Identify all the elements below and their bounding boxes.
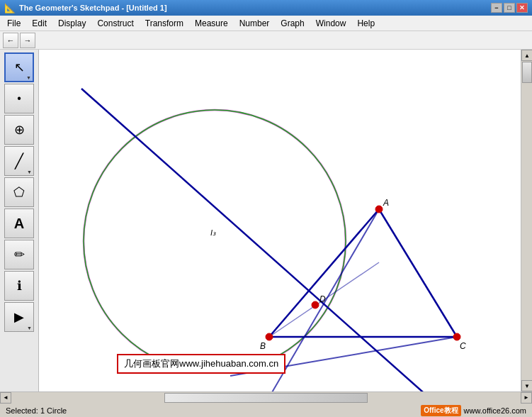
scroll-up-button[interactable]: ▲ bbox=[521, 50, 532, 61]
title-bar: 📐 The Geometer's Sketchpad - [Untitled 1… bbox=[0, 0, 532, 16]
select-icon: ↖ bbox=[14, 60, 25, 75]
svg-point-11 bbox=[453, 333, 460, 340]
compass-icon: ⊕ bbox=[14, 122, 25, 138]
menu-edit[interactable]: Edit bbox=[26, 16, 52, 30]
svg-text:B: B bbox=[260, 341, 266, 351]
left-toolbar: ↖ ▼ • ⊕ ╱ ▼ ⬠ A ✏ ℹ ▶ ▼ bbox=[0, 50, 39, 391]
close-button[interactable]: ✕ bbox=[516, 3, 528, 13]
watermark-box: 几何画板官网www.jihehuaban.com.cn bbox=[117, 354, 285, 374]
info-icon: ℹ bbox=[17, 278, 22, 294]
svg-text:C: C bbox=[460, 341, 466, 351]
tool-compass[interactable]: ⊕ bbox=[4, 115, 34, 145]
toolbar: ← → bbox=[0, 31, 532, 50]
menu-measure[interactable]: Measure bbox=[189, 16, 234, 30]
tool-point[interactable]: • bbox=[4, 84, 34, 113]
chevron-icon: ▼ bbox=[26, 75, 31, 80]
scroll-right-button[interactable]: ► bbox=[521, 392, 532, 404]
h-scroll-thumb[interactable] bbox=[164, 393, 368, 403]
svg-text:I₃: I₃ bbox=[210, 228, 216, 237]
office-badge: Office教程 bbox=[421, 405, 460, 416]
canvas-area[interactable]: A B C D I₂ I₃ 几何画板官网www.jihehuaban.com.c… bbox=[39, 50, 521, 391]
svg-text:A: A bbox=[383, 198, 389, 208]
point-icon: • bbox=[17, 92, 21, 105]
polygon-icon: ⬠ bbox=[13, 184, 25, 200]
toolbar-forward-button[interactable]: → bbox=[20, 33, 35, 48]
app-icon: 📐 bbox=[4, 3, 16, 13]
menu-file[interactable]: File bbox=[1, 16, 26, 30]
tool-select[interactable]: ↖ ▼ bbox=[4, 52, 34, 82]
status-text: Selected: 1 Circle bbox=[6, 406, 67, 415]
chevron-icon3: ▼ bbox=[27, 326, 32, 330]
scroll-thumb[interactable] bbox=[522, 62, 532, 83]
bottom-scrollbar: ◄ ► bbox=[0, 391, 532, 403]
menu-help[interactable]: Help bbox=[351, 16, 380, 30]
tool-line[interactable]: ╱ ▼ bbox=[4, 146, 34, 176]
menu-construct[interactable]: Construct bbox=[91, 16, 139, 30]
menu-bar: File Edit Display Construct Transform Me… bbox=[0, 16, 532, 31]
tool-custom[interactable]: ✏ bbox=[4, 240, 34, 269]
menu-graph[interactable]: Graph bbox=[275, 16, 310, 30]
watermark-text: 几何画板官网www.jihehuaban.com.cn bbox=[124, 358, 278, 369]
tool-text[interactable]: A bbox=[4, 208, 34, 238]
scroll-left-button[interactable]: ◄ bbox=[0, 392, 11, 404]
minimize-button[interactable]: − bbox=[491, 3, 502, 13]
window-title: The Geometer's Sketchpad - [Untitled 1] bbox=[19, 4, 491, 12]
status-bar: Selected: 1 Circle Office教程 www.office26… bbox=[0, 403, 532, 417]
title-bar-controls: − □ ✕ bbox=[491, 3, 528, 13]
menu-window[interactable]: Window bbox=[310, 16, 352, 30]
status-right: Office教程 www.office26.com bbox=[421, 405, 526, 416]
tool-polygon[interactable]: ⬠ bbox=[4, 177, 34, 207]
svg-line-4 bbox=[379, 209, 457, 337]
canvas-svg: A B C D I₂ I₃ bbox=[39, 50, 521, 391]
svg-point-12 bbox=[312, 301, 319, 308]
svg-text:D: D bbox=[319, 294, 326, 304]
office-website: www.office26.com bbox=[464, 406, 526, 415]
toolbar-back-button[interactable]: ← bbox=[3, 33, 18, 48]
menu-display[interactable]: Display bbox=[52, 16, 91, 30]
custom-icon: ✏ bbox=[14, 247, 25, 262]
animate-icon: ▶ bbox=[14, 309, 24, 325]
tool-animate[interactable]: ▶ ▼ bbox=[4, 302, 34, 332]
menu-transform[interactable]: Transform bbox=[140, 16, 189, 30]
right-scrollbar: ▲ ▼ bbox=[521, 50, 532, 391]
scroll-track[interactable] bbox=[521, 61, 532, 380]
svg-line-2 bbox=[81, 89, 429, 391]
scroll-down-button[interactable]: ▼ bbox=[521, 380, 532, 391]
text-icon: A bbox=[14, 216, 24, 232]
svg-point-10 bbox=[266, 333, 273, 340]
chevron-icon2: ▼ bbox=[27, 169, 32, 174]
line-icon: ╱ bbox=[15, 152, 23, 169]
svg-point-9 bbox=[375, 206, 383, 213]
h-scroll-track[interactable] bbox=[11, 392, 521, 404]
restore-button[interactable]: □ bbox=[504, 3, 515, 13]
tool-info[interactable]: ℹ bbox=[4, 271, 34, 301]
menu-number[interactable]: Number bbox=[234, 16, 276, 30]
